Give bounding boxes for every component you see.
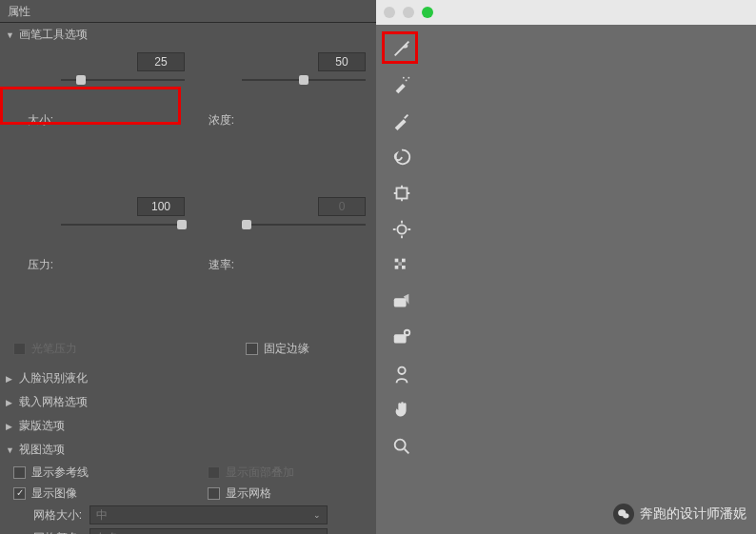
- watermark: 奔跑的设计师潘妮: [613, 504, 746, 524]
- mesh-size-value: 中: [96, 507, 108, 524]
- mesh-color-select: 灰色⌄: [90, 528, 328, 534]
- section-mask-label: 蒙版选项: [19, 418, 65, 434]
- mesh-color-value: 灰色: [96, 530, 119, 535]
- svg-point-12: [405, 330, 410, 336]
- pen-pressure-label: 光笔压力: [31, 341, 77, 357]
- pressure-slider[interactable]: [61, 218, 185, 332]
- show-mesh-label: 显示网格: [226, 485, 271, 502]
- window-min-dot[interactable]: [403, 7, 414, 18]
- svg-point-16: [623, 513, 628, 518]
- section-view-label: 视图选项: [19, 442, 65, 458]
- pressure-input[interactable]: [137, 197, 185, 216]
- density-input[interactable]: [318, 52, 366, 71]
- rate-slider[interactable]: [242, 218, 366, 332]
- size-slider[interactable]: [61, 73, 185, 188]
- svg-point-4: [397, 225, 406, 233]
- show-face-overlay-label: 显示面部叠加: [226, 465, 294, 481]
- svg-rect-8: [402, 266, 406, 269]
- wechat-icon: [613, 504, 634, 524]
- mesh-color-label: 网格颜色:: [4, 530, 90, 535]
- window-close-dot[interactable]: [384, 7, 395, 18]
- smooth-tool[interactable]: [386, 107, 418, 135]
- chevron-down-icon: ▼: [6, 445, 15, 455]
- show-mesh-checkbox[interactable]: [208, 487, 220, 500]
- liquify-toolbar: [382, 30, 422, 461]
- section-view[interactable]: ▼视图选项: [0, 438, 376, 462]
- section-loadmesh-label: 载入网格选项: [19, 394, 88, 410]
- rate-input: [318, 197, 366, 216]
- density-label: 浓度:: [185, 112, 242, 129]
- mesh-size-label: 网格大小:: [4, 507, 90, 524]
- window-max-dot[interactable]: [422, 7, 433, 18]
- push-left-tool[interactable]: [386, 251, 418, 280]
- chevron-down-icon: ⌄: [313, 510, 321, 520]
- svg-rect-7: [395, 266, 399, 269]
- show-face-overlay-checkbox: [208, 466, 220, 479]
- pen-pressure-checkbox: [13, 343, 26, 355]
- thaw-mask-tool[interactable]: [386, 324, 418, 352]
- chevron-right-icon: ▶: [6, 422, 15, 431]
- svg-rect-11: [394, 334, 407, 343]
- show-guides-label: 显示参考线: [31, 465, 89, 481]
- fixed-edge-checkbox[interactable]: [246, 343, 258, 355]
- svg-point-1: [408, 77, 409, 79]
- fixed-edge-label: 固定边缘: [264, 341, 309, 357]
- mesh-size-select: 中⌄: [90, 505, 328, 524]
- pucker-tool[interactable]: [386, 179, 418, 208]
- show-image-checkbox[interactable]: [13, 487, 26, 500]
- chevron-right-icon: ▶: [6, 374, 15, 384]
- svg-rect-9: [398, 262, 402, 266]
- svg-point-13: [398, 367, 405, 374]
- svg-point-0: [406, 80, 408, 82]
- face-tool[interactable]: [386, 360, 418, 388]
- reconstruct-tool[interactable]: [386, 70, 418, 99]
- section-face[interactable]: ▶人脸识别液化: [0, 366, 376, 390]
- watermark-text: 奔跑的设计师潘妮: [640, 505, 746, 523]
- forward-warp-tool[interactable]: [386, 34, 418, 63]
- size-label: 大小:: [4, 112, 61, 129]
- density-slider[interactable]: [242, 73, 366, 188]
- twirl-tool[interactable]: [386, 143, 418, 171]
- zoom-tool[interactable]: [386, 432, 418, 461]
- section-loadmesh[interactable]: ▶载入网格选项: [0, 390, 376, 414]
- pressure-label: 压力:: [4, 257, 61, 273]
- section-face-label: 人脸识别液化: [19, 370, 88, 386]
- svg-rect-6: [402, 259, 406, 263]
- freeze-mask-tool[interactable]: [386, 287, 418, 316]
- section-mask[interactable]: ▶蒙版选项: [0, 414, 376, 438]
- section-brush-label: 画笔工具选项: [19, 27, 88, 43]
- window-titlebar: [376, 0, 756, 25]
- bloat-tool[interactable]: [386, 215, 418, 244]
- hand-tool[interactable]: [386, 396, 418, 425]
- svg-point-14: [395, 440, 406, 450]
- show-image-label: 显示图像: [31, 485, 77, 502]
- section-brush-options[interactable]: ▼ 画笔工具选项: [0, 23, 376, 47]
- svg-point-2: [403, 77, 405, 79]
- size-input[interactable]: [137, 52, 185, 71]
- rate-label: 速率:: [185, 257, 242, 273]
- svg-rect-10: [394, 298, 407, 307]
- canvas-panel: 奔跑的设计师潘妮: [376, 0, 756, 534]
- brush-options-block: 大小: 浓度: 压力: 速率: 光笔: [0, 47, 376, 366]
- chevron-down-icon: ▼: [6, 30, 15, 40]
- panel-title: 属性: [0, 0, 376, 23]
- svg-rect-5: [395, 259, 399, 263]
- properties-panel: 属性 ▼ 画笔工具选项 大小: 浓度: 压力: 速率:: [0, 0, 376, 534]
- chevron-right-icon: ▶: [6, 398, 15, 407]
- show-guides-checkbox[interactable]: [13, 466, 26, 479]
- svg-rect-3: [397, 188, 408, 199]
